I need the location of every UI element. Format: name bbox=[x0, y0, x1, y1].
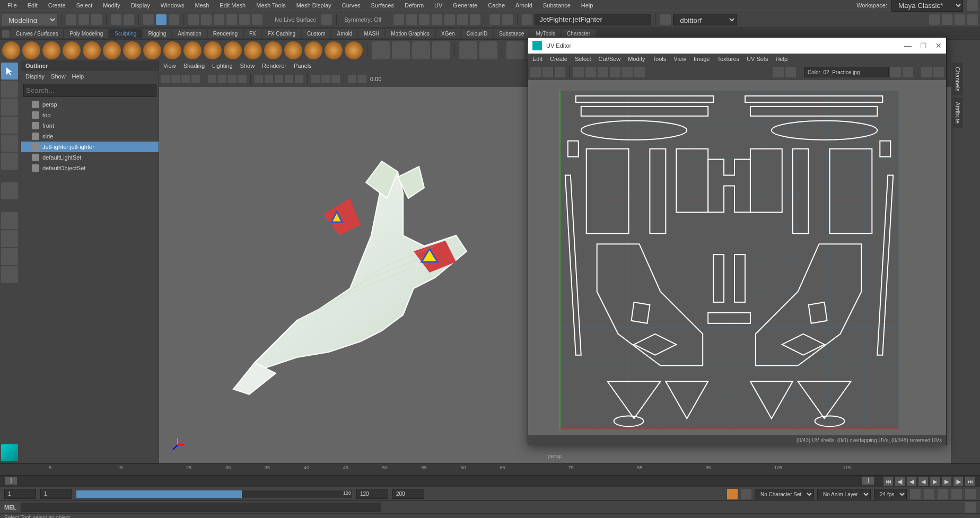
menu-display[interactable]: Display bbox=[126, 1, 155, 10]
current-frame-indicator[interactable]: 1 bbox=[5, 477, 17, 485]
attribute-editor-tab[interactable]: Attribute bbox=[952, 98, 963, 128]
time-slider-ruler[interactable]: 5 15 25 30 35 40 45 50 55 60 65 75 85 95… bbox=[0, 463, 980, 475]
outliner-item-lightset[interactable]: defaultLightSet bbox=[21, 152, 159, 163]
uv-menu-view[interactable]: View bbox=[673, 56, 686, 62]
sculpt-tool-d-icon[interactable] bbox=[432, 41, 450, 59]
last-tool-button[interactable] bbox=[1, 182, 18, 199]
sculpt-brush-2-icon[interactable] bbox=[22, 41, 40, 59]
menu-curves[interactable]: Curves bbox=[337, 1, 366, 10]
outliner-search-input[interactable] bbox=[23, 84, 156, 97]
anim-start-field[interactable] bbox=[4, 489, 36, 499]
undo-icon[interactable] bbox=[111, 14, 121, 25]
menu-meshdisplay[interactable]: Mesh Display bbox=[291, 1, 337, 10]
menu-select[interactable]: Select bbox=[71, 1, 98, 10]
layout-outliner-button[interactable] bbox=[1, 266, 18, 283]
uv-menu-tools[interactable]: Tools bbox=[653, 56, 667, 62]
rotate-tool-button[interactable] bbox=[1, 135, 18, 152]
render-view-icon[interactable] bbox=[444, 14, 455, 25]
uv-menu-edit[interactable]: Edit bbox=[532, 56, 542, 62]
uv-image-filter-icon[interactable] bbox=[785, 67, 796, 77]
sculpt-brush-16-icon[interactable] bbox=[304, 41, 322, 59]
shelf-tab-curves[interactable]: Curves / Surfaces bbox=[11, 29, 63, 38]
playblast-icon[interactable] bbox=[489, 14, 500, 25]
vp-shaded-icon[interactable] bbox=[265, 75, 273, 83]
vp-bookmark-icon[interactable] bbox=[171, 75, 180, 83]
play-end-field[interactable] bbox=[356, 489, 388, 499]
vp-textured-icon[interactable] bbox=[275, 75, 283, 83]
hud-icon[interactable] bbox=[942, 14, 952, 25]
uv-menu-create[interactable]: Create bbox=[550, 56, 567, 62]
renderer-select[interactable]: dbittorf bbox=[673, 14, 737, 25]
sculpt-brush-11-icon[interactable] bbox=[204, 41, 222, 59]
live-surface-toggle-icon[interactable] bbox=[321, 14, 332, 25]
history-icon[interactable] bbox=[393, 14, 404, 25]
vp-isolate-icon[interactable] bbox=[311, 75, 320, 83]
outliner-menu-display[interactable]: Display bbox=[25, 73, 45, 80]
toggle-panel-icon[interactable] bbox=[967, 14, 978, 25]
lasso-tool-button[interactable] bbox=[1, 81, 18, 98]
uv-texture-next-icon[interactable] bbox=[903, 67, 913, 77]
shelf-tab-poly[interactable]: Poly Modeling bbox=[64, 29, 108, 38]
workspace-select[interactable]: Maya Classic* bbox=[891, 0, 963, 12]
select-by-hierarchy-icon[interactable] bbox=[143, 14, 154, 25]
uv-image-toggle-icon[interactable] bbox=[773, 67, 784, 77]
playback-speed-icon[interactable] bbox=[951, 489, 962, 499]
outliner-menu-show[interactable]: Show bbox=[51, 73, 66, 80]
cmd-language-label[interactable]: MEL bbox=[4, 504, 16, 511]
sculpt-brush-17-icon[interactable] bbox=[325, 41, 343, 59]
vp-wireframe-icon[interactable] bbox=[255, 75, 263, 83]
uv-menu-modify[interactable]: Modify bbox=[628, 56, 645, 62]
sculpt-brush-12-icon[interactable] bbox=[224, 41, 242, 59]
uv-texture-borders-icon[interactable] bbox=[610, 67, 620, 77]
vp-menu-renderer[interactable]: Renderer bbox=[262, 63, 286, 69]
shelf-tab-motiongraphics[interactable]: Motion Graphics bbox=[386, 29, 435, 38]
sculpt-brush-13-icon[interactable] bbox=[244, 41, 262, 59]
scale-tool-button[interactable] bbox=[1, 153, 18, 170]
select-by-component-icon[interactable] bbox=[169, 14, 179, 25]
menu-substance[interactable]: Substance bbox=[538, 1, 576, 10]
uv-menu-select[interactable]: Select bbox=[575, 56, 591, 62]
uv-snapshot-icon[interactable] bbox=[530, 67, 541, 77]
menu-deform[interactable]: Deform bbox=[399, 1, 429, 10]
uv-texture-prev-icon[interactable] bbox=[890, 67, 901, 77]
uv-distortion-icon[interactable] bbox=[585, 67, 596, 77]
shelf-tab-xgen[interactable]: XGen bbox=[436, 29, 460, 38]
sculpt-brush-8-icon[interactable] bbox=[143, 41, 161, 59]
shelf-tab-fxcaching[interactable]: FX Caching bbox=[262, 29, 301, 38]
sculpt-brush-1-icon[interactable] bbox=[2, 41, 20, 59]
menu-meshtools[interactable]: Mesh Tools bbox=[251, 1, 291, 10]
menu-windows[interactable]: Windows bbox=[155, 1, 190, 10]
uv-menu-cutsew[interactable]: Cut/Sew bbox=[599, 56, 621, 62]
vp-xray-icon[interactable] bbox=[321, 75, 330, 83]
uv-checker-icon[interactable] bbox=[598, 67, 608, 77]
new-scene-icon[interactable] bbox=[66, 14, 76, 25]
shelf-tab-animation[interactable]: Animation bbox=[172, 29, 206, 38]
shelf-tab-sculpting[interactable]: Sculpting bbox=[109, 29, 142, 38]
shelf-tab-colourid[interactable]: ColourID bbox=[461, 29, 493, 38]
snap-surface-icon[interactable] bbox=[239, 14, 250, 25]
redo-icon[interactable] bbox=[124, 14, 134, 25]
uv-texture-name-field[interactable] bbox=[804, 67, 889, 77]
symmetry-label[interactable]: Symmetry: Off bbox=[341, 16, 384, 23]
vp-menu-lighting[interactable]: Lighting bbox=[212, 63, 233, 69]
play-forward-button[interactable]: ▶ bbox=[930, 477, 940, 486]
sculpt-brush-3-icon[interactable] bbox=[42, 41, 60, 59]
time-slider-track[interactable]: 1 1 ⏮ ◀| ◀ ◀ ▶ ▶ |▶ ⏭ bbox=[0, 475, 980, 487]
close-button[interactable]: ✕ bbox=[935, 41, 942, 50]
menu-cache[interactable]: Cache bbox=[483, 1, 510, 10]
uv-menu-image[interactable]: Image bbox=[694, 56, 710, 62]
play-start-field[interactable] bbox=[40, 489, 72, 499]
layout-four-button[interactable] bbox=[1, 230, 18, 247]
uv-grid-icon[interactable] bbox=[542, 67, 553, 77]
vp-exposure-icon[interactable] bbox=[348, 75, 356, 83]
sculpt-tool-f-icon[interactable] bbox=[479, 41, 497, 59]
anim-layer-select[interactable]: No Anim Layer bbox=[817, 489, 871, 499]
outliner-item-persp[interactable]: persp bbox=[21, 99, 159, 110]
menu-modify[interactable]: Modify bbox=[98, 1, 125, 10]
paint-select-tool-button[interactable] bbox=[1, 99, 18, 116]
maximize-button[interactable]: ☐ bbox=[920, 41, 927, 50]
loop-icon[interactable] bbox=[910, 489, 921, 499]
shelf-tab-substance[interactable]: Substance bbox=[494, 29, 529, 38]
shelf-menu-icon[interactable] bbox=[2, 30, 10, 38]
prefs-icon[interactable] bbox=[938, 489, 948, 499]
